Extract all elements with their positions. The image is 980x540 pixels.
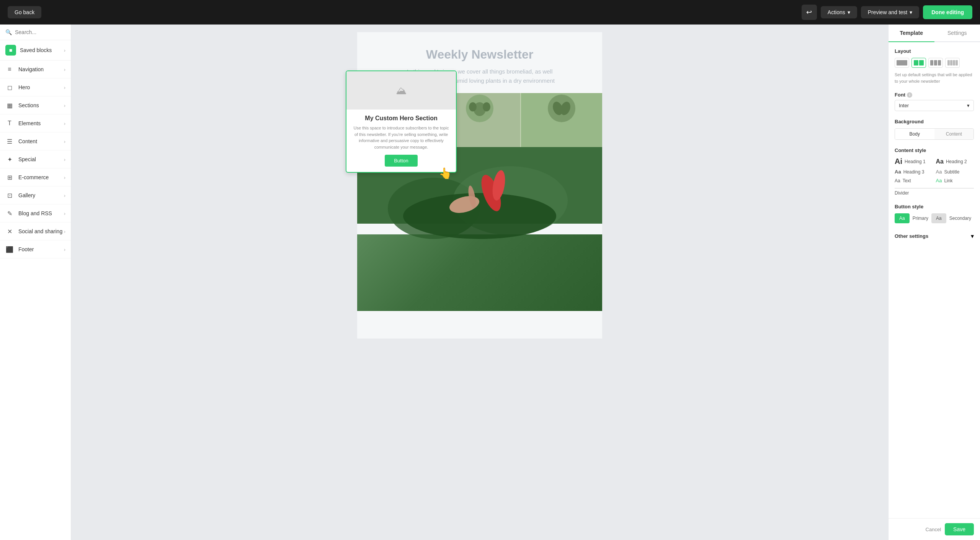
text-style[interactable]: Aa Text [895, 178, 933, 183]
background-section: Background Body Content [895, 119, 974, 140]
right-panel-content: Layout [889, 42, 980, 518]
layout-option-2[interactable] [911, 58, 926, 68]
sidebar-item-hero[interactable]: ◻ Hero › [0, 79, 71, 97]
sections-chevron: › [64, 103, 65, 108]
link-label: Link [944, 178, 952, 183]
content-label: Content [18, 138, 37, 144]
layout-section: Layout [895, 48, 974, 84]
bg-content-option[interactable]: Content [934, 129, 974, 139]
actions-chevron-icon: ▾ [848, 9, 850, 15]
hero-icon: ◻ [5, 83, 14, 92]
heading2-preview: Aa [936, 158, 944, 165]
navigation-label: Navigation [18, 66, 44, 72]
social-chevron: › [64, 229, 65, 234]
right-sidebar-footer: Cancel Save [889, 518, 980, 540]
subtitle-style[interactable]: Aa Subtitle [936, 169, 974, 175]
sidebar-item-ecommerce[interactable]: ⊞ E-commerce › [0, 169, 71, 187]
layout-options [895, 58, 974, 68]
hero-block-content: My Custom Hero Section Use this space to… [346, 110, 456, 172]
saved-blocks-item[interactable]: ■ Saved blocks › [0, 40, 71, 61]
background-title: Background [895, 119, 974, 124]
layout-desc: Set up default settings that will be app… [895, 72, 974, 84]
primary-button-preview[interactable]: Aa [895, 213, 910, 223]
sidebar-item-sections[interactable]: ▦ Sections › [0, 97, 71, 115]
tab-template[interactable]: Template [889, 25, 934, 42]
primary-button-label: Primary [913, 216, 928, 221]
divider-preview [895, 188, 974, 188]
sidebar-item-social[interactable]: ✕ Social and sharing › [0, 223, 71, 241]
font-value: Inter [899, 103, 909, 108]
sidebar-item-footer[interactable]: ⬛ Footer › [0, 241, 71, 259]
history-button[interactable]: ↩ [802, 5, 817, 20]
heading1-label: Heading 1 [905, 159, 926, 164]
content-chevron: › [64, 139, 65, 144]
canvas-wrapper: Weekly Newsletter In this week's issue w… [357, 32, 602, 339]
preview-button[interactable]: Preview and test ▾ [861, 6, 920, 18]
hero-block-overlay[interactable]: ⛰ My Custom Hero Section Use this space … [346, 70, 457, 173]
font-info-icon[interactable]: i [907, 92, 912, 98]
other-settings-row[interactable]: Other settings ▾ [895, 231, 974, 241]
center-canvas: Weekly Newsletter In this week's issue w… [71, 25, 888, 540]
go-back-button[interactable]: Go back [8, 6, 41, 18]
sidebar-item-blog[interactable]: ✎ Blog and RSS › [0, 205, 71, 223]
bg-body-option[interactable]: Body [895, 129, 934, 139]
sidebar-item-gallery[interactable]: ⊡ Gallery › [0, 187, 71, 205]
top-navigation: Go back ↩ Actions ▾ Preview and test ▾ D… [0, 0, 980, 25]
save-button[interactable]: Save [945, 523, 974, 535]
actions-button[interactable]: Actions ▾ [821, 6, 857, 18]
blog-label: Blog and RSS [18, 210, 52, 216]
heading3-style[interactable]: Aa Heading 3 [895, 169, 933, 175]
button-style-row: Aa Primary Aa Secondary [895, 213, 974, 223]
layout-title: Layout [895, 48, 974, 54]
secondary-button-preview[interactable]: Aa [931, 213, 946, 223]
other-settings-label: Other settings [895, 233, 928, 239]
heading1-style[interactable]: Ai Heading 1 [895, 157, 933, 166]
sidebar-item-elements[interactable]: T Elements › [0, 115, 71, 133]
elements-icon: T [5, 119, 14, 128]
divider-style[interactable]: Divider [895, 188, 974, 196]
elements-label: Elements [18, 120, 41, 126]
social-label: Social and sharing [18, 228, 62, 234]
content-style-title: Content style [895, 147, 974, 153]
heading1-preview: Ai [895, 157, 902, 166]
sidebar-item-special[interactable]: ✦ Special › [0, 151, 71, 169]
footer-label: Footer [18, 246, 34, 252]
font-select[interactable]: Inter ▾ [895, 100, 974, 111]
special-chevron: › [64, 157, 65, 162]
search-input[interactable] [15, 29, 65, 35]
layout-option-4[interactable] [945, 58, 960, 68]
link-style[interactable]: Aa Link [936, 178, 974, 183]
left-sidebar: 🔍 ■ Saved blocks › ≡ Navigation › ◻ Hero… [0, 25, 71, 540]
ecommerce-label: E-commerce [18, 174, 49, 180]
navigation-chevron: › [64, 67, 65, 72]
sidebar-item-navigation[interactable]: ≡ Navigation › [0, 61, 71, 79]
hero-block-title: My Custom Hero Section [353, 115, 450, 122]
search-box[interactable]: 🔍 [0, 25, 71, 40]
right-sidebar: Template Settings Layout [888, 25, 980, 540]
saved-blocks-label: Saved blocks [20, 47, 52, 53]
history-icon: ↩ [806, 8, 812, 16]
hero-chevron: › [64, 85, 65, 90]
saved-blocks-chevron: › [64, 47, 65, 53]
blog-chevron: › [64, 211, 65, 216]
layout-option-3[interactable] [928, 58, 943, 68]
heading2-style[interactable]: Aa Heading 2 [936, 157, 974, 166]
content-style-section: Content style Ai Heading 1 Aa Heading 2 … [895, 147, 974, 196]
other-settings-chevron-icon: ▾ [971, 232, 974, 240]
cancel-button[interactable]: Cancel [926, 523, 941, 535]
actions-label: Actions [828, 9, 845, 15]
social-icon: ✕ [5, 227, 14, 236]
latest-post-image [357, 234, 602, 311]
done-editing-button[interactable]: Done editing [923, 5, 972, 19]
text-preview: Aa [895, 178, 900, 183]
ecommerce-chevron: › [64, 175, 65, 180]
hero-block-button[interactable]: Button [385, 155, 418, 167]
button-style-title: Button style [895, 204, 974, 209]
sidebar-item-content[interactable]: ☰ Content › [0, 133, 71, 151]
tab-settings[interactable]: Settings [934, 25, 980, 41]
layout-option-1[interactable] [895, 58, 909, 68]
nav-right: ↩ Actions ▾ Preview and test ▾ Done edit… [802, 5, 972, 20]
hero-block-text: Use this space to introduce subscribers … [353, 125, 450, 150]
navigation-icon: ≡ [5, 65, 14, 74]
font-label: Font i [895, 92, 974, 98]
